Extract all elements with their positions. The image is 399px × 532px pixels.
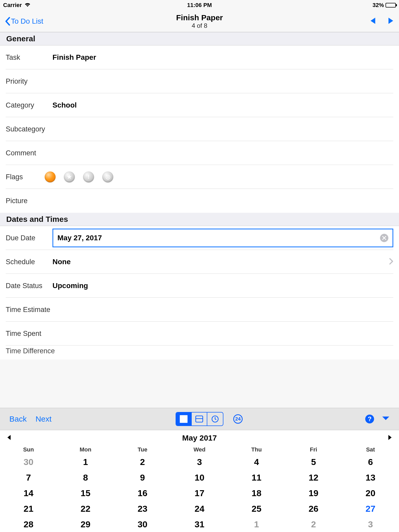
- field-subcategory[interactable]: Subcategory: [0, 117, 399, 141]
- calendar-day-cell[interactable]: 6: [342, 454, 399, 470]
- calendar-day-cell[interactable]: 29: [57, 516, 114, 532]
- field-time-spent[interactable]: Time Spent: [0, 322, 399, 345]
- calendar-grid-icon: [180, 415, 188, 423]
- content-scroll[interactable]: General Task Finish Paper Priority Categ…: [0, 32, 399, 409]
- schedule-value: None: [52, 258, 393, 266]
- due-date-value: May 27, 2017: [57, 234, 102, 242]
- calendar-list-icon: [195, 415, 203, 423]
- picture-label: Picture: [6, 197, 52, 205]
- calendar-day-cell[interactable]: 17: [171, 485, 228, 501]
- page-title: Finish Paper: [176, 13, 223, 22]
- calendar-day-cell[interactable]: 20: [342, 485, 399, 501]
- calendar-dow-label: Sat: [342, 446, 399, 453]
- calendar-day-cell[interactable]: 4: [228, 454, 285, 470]
- calendar-day-cell[interactable]: 11: [228, 470, 285, 485]
- svg-rect-1: [196, 416, 203, 422]
- prev-record-button[interactable]: [369, 17, 377, 26]
- list-view-button[interactable]: [192, 413, 207, 425]
- status-bar: Carrier 11:06 PM 32%: [0, 0, 399, 10]
- task-value: Finish Paper: [52, 53, 393, 62]
- next-month-button[interactable]: [388, 435, 393, 441]
- calendar-day-cell[interactable]: 9: [114, 470, 171, 485]
- calendar-day-cell[interactable]: 2: [285, 516, 342, 532]
- calendar-day-cell[interactable]: 22: [57, 501, 114, 516]
- calendar-day-cell[interactable]: 2: [114, 454, 171, 470]
- calendar-dow-label: Thu: [228, 446, 285, 453]
- field-due-date: Due Date May 27, 2017: [0, 226, 399, 250]
- clock-icon: [211, 415, 219, 423]
- category-value: School: [52, 101, 393, 109]
- field-time-difference[interactable]: Time Difference: [0, 345, 399, 360]
- calendar-day-cell[interactable]: 21: [0, 501, 57, 516]
- calendar-day-cell[interactable]: 25: [228, 501, 285, 516]
- nav-bar: To Do List Finish Paper 4 of 8: [0, 10, 399, 32]
- page-subtitle: 4 of 8: [176, 22, 223, 29]
- picker-dropdown-button[interactable]: [382, 416, 390, 422]
- calendar-day-cell[interactable]: 1: [228, 516, 285, 532]
- grid-view-button[interactable]: [176, 413, 192, 425]
- calendar-dow-label: Fri: [285, 446, 342, 453]
- field-category[interactable]: Category School: [0, 93, 399, 117]
- calendar-day-cell[interactable]: 31: [171, 516, 228, 532]
- time-spent-label: Time Spent: [6, 330, 63, 338]
- field-comment[interactable]: Comment: [0, 141, 399, 165]
- schedule-label: Schedule: [6, 258, 52, 266]
- next-record-button[interactable]: [387, 17, 394, 26]
- field-picture[interactable]: Picture: [0, 189, 399, 213]
- calendar-dow-row: SunMonTueWedThuFriSat: [0, 445, 399, 454]
- flag-color-icon[interactable]: [45, 171, 56, 182]
- calendar-day-cell[interactable]: 18: [228, 485, 285, 501]
- picker-back-button[interactable]: Back: [9, 415, 27, 423]
- flag-target-icon[interactable]: ◎: [102, 171, 113, 182]
- time-view-button[interactable]: [207, 413, 223, 425]
- calendar-month-label: May 2017: [182, 434, 217, 442]
- calendar-day-cell[interactable]: 10: [171, 470, 228, 485]
- date-picker-pane: Back Next 24 ? May 2017 SunMonTueWedThuF…: [0, 408, 399, 532]
- calendar-day-cell[interactable]: 15: [57, 485, 114, 501]
- field-task[interactable]: Task Finish Paper: [0, 45, 399, 69]
- section-dates: Dates and Times: [0, 213, 399, 226]
- due-date-input[interactable]: May 27, 2017: [52, 229, 393, 247]
- calendar-day-cell[interactable]: 19: [285, 485, 342, 501]
- help-button[interactable]: ?: [365, 415, 374, 423]
- calendar-day-cell[interactable]: 5: [285, 454, 342, 470]
- calendar-day-cell[interactable]: 27: [342, 501, 399, 516]
- time-estimate-label: Time Estimate: [6, 306, 63, 314]
- calendar-day-cell[interactable]: 28: [0, 516, 57, 532]
- picker-next-button[interactable]: Next: [36, 415, 52, 423]
- section-general: General: [0, 32, 399, 45]
- prev-month-button[interactable]: [6, 435, 11, 441]
- field-time-estimate[interactable]: Time Estimate: [0, 298, 399, 322]
- calendar-dow-label: Mon: [57, 446, 114, 453]
- calendar-day-cell[interactable]: 12: [285, 470, 342, 485]
- back-button[interactable]: To Do List: [5, 17, 43, 26]
- due-date-label: Due Date: [6, 234, 52, 242]
- calendar-day-cell[interactable]: 3: [342, 516, 399, 532]
- battery-pct: 32%: [373, 2, 384, 9]
- badge-24-button[interactable]: 24: [233, 414, 243, 424]
- clear-due-date-button[interactable]: [380, 234, 388, 242]
- badge-24-label: 24: [235, 416, 241, 422]
- calendar-day-cell[interactable]: 8: [57, 470, 114, 485]
- calendar-day-cell[interactable]: 1: [57, 454, 114, 470]
- calendar-day-cell[interactable]: 26: [285, 501, 342, 516]
- calendar-day-cell[interactable]: 14: [0, 485, 57, 501]
- flag-alert-icon[interactable]: !: [83, 171, 94, 182]
- calendar-day-cell[interactable]: 30: [114, 516, 171, 532]
- calendar-day-cell[interactable]: 16: [114, 485, 171, 501]
- calendar-day-cell[interactable]: 7: [0, 470, 57, 485]
- field-priority[interactable]: Priority: [0, 69, 399, 93]
- field-date-status[interactable]: Date Status Upcoming: [0, 274, 399, 298]
- calendar-day-cell[interactable]: 30: [0, 454, 57, 470]
- view-mode-segment: [176, 412, 223, 426]
- time-difference-label: Time Difference: [6, 347, 73, 355]
- picker-toolbar: Back Next 24 ?: [0, 408, 399, 430]
- field-schedule[interactable]: Schedule None: [0, 250, 399, 274]
- calendar-day-cell[interactable]: 23: [114, 501, 171, 516]
- calendar-day-cell[interactable]: 13: [342, 470, 399, 485]
- calendar-dow-label: Sun: [0, 446, 57, 453]
- flag-star-icon[interactable]: ★: [64, 171, 75, 182]
- calendar-day-cell[interactable]: 24: [171, 501, 228, 516]
- priority-label: Priority: [6, 77, 52, 85]
- calendar-day-cell[interactable]: 3: [171, 454, 228, 470]
